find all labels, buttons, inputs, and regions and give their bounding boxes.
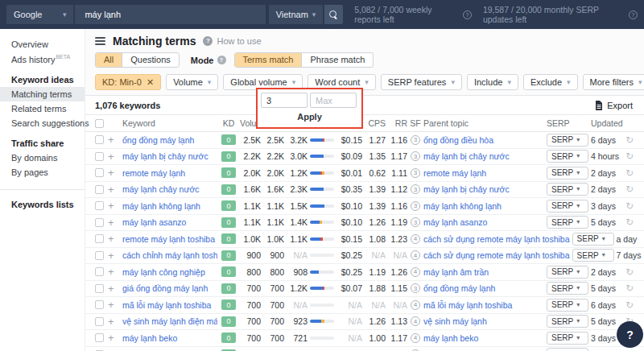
tab-phrase-match[interactable]: Phrase match xyxy=(301,53,373,67)
tab-questions[interactable]: Questions xyxy=(122,53,179,67)
serp-dropdown-button[interactable]: SERP▾ xyxy=(572,233,614,246)
serp-dropdown-button[interactable]: SERP▾ xyxy=(547,134,588,147)
parent-topic-link[interactable]: cách sử dụng remote máy lạnh toshiba xyxy=(423,234,570,244)
row-checkbox[interactable] xyxy=(95,135,104,144)
add-to-list-icon[interactable]: + xyxy=(108,250,120,261)
add-to-list-icon[interactable]: + xyxy=(108,233,120,244)
add-to-list-icon[interactable]: + xyxy=(108,316,120,327)
sidebar-item-ads-history[interactable]: Ads historyBETA xyxy=(0,52,85,67)
serp-dropdown-button[interactable]: SERP▾ xyxy=(572,249,614,262)
info-icon[interactable]: ? xyxy=(463,10,472,19)
parent-topic-link[interactable]: cách sử dụng remote máy lạnh toshiba xyxy=(423,250,570,260)
search-engine-select[interactable]: Google ▾ xyxy=(6,5,73,24)
refresh-icon[interactable]: ↻ xyxy=(625,300,636,310)
row-checkbox[interactable] xyxy=(95,168,104,177)
filter-dropdown-more-filters[interactable]: More filters▾ xyxy=(583,74,644,90)
serp-dropdown-button[interactable]: SERP▾ xyxy=(547,348,588,351)
filter-dropdown-serp-features[interactable]: SERP features▾ xyxy=(381,74,462,90)
keyword-link[interactable]: máy lạnh công nghiệp xyxy=(122,267,217,277)
keyword-link[interactable]: cách chỉnh máy lạnh toshiba xyxy=(122,250,217,260)
row-checkbox[interactable] xyxy=(95,267,104,276)
apply-button[interactable]: Apply xyxy=(261,112,358,122)
parent-topic-link[interactable]: ống đồng máy lạnh xyxy=(423,283,544,293)
row-checkbox[interactable] xyxy=(95,300,104,309)
remove-filter-icon[interactable]: ✕ xyxy=(147,77,154,88)
parent-topic-link[interactable]: mã lỗi máy lạnh toshiba xyxy=(423,300,544,310)
parent-topic-link[interactable]: máy lạnh beko xyxy=(423,333,544,343)
sidebar-item-matching-terms[interactable]: Matching terms xyxy=(0,87,85,101)
word-count-min-input[interactable] xyxy=(261,93,308,108)
keyword-link[interactable]: vệ sinh máy lạnh điện máy xanh xyxy=(122,316,217,326)
refresh-icon[interactable]: ↻ xyxy=(625,135,636,145)
serp-dropdown-button[interactable]: SERP▾ xyxy=(547,332,588,345)
parent-topic-link[interactable]: máy lạnh âm trần xyxy=(423,267,544,277)
add-to-list-icon[interactable]: + xyxy=(108,283,120,294)
keyword-link[interactable]: máy lạnh chảy nước xyxy=(122,184,217,194)
row-checkbox[interactable] xyxy=(95,284,104,293)
serp-dropdown-button[interactable]: SERP▾ xyxy=(547,183,588,196)
parent-topic-link[interactable]: vệ sinh máy lạnh xyxy=(423,316,544,326)
column-header-kd[interactable]: KD xyxy=(220,118,237,128)
column-header-updated[interactable]: Updated xyxy=(591,118,623,128)
column-header-rr[interactable]: RR xyxy=(388,118,407,128)
add-to-list-icon[interactable]: + xyxy=(108,167,120,178)
search-button[interactable] xyxy=(324,5,343,24)
keyword-link[interactable]: máy lạnh beko xyxy=(122,333,217,343)
keyword-link[interactable]: mã lỗi máy lạnh toshiba xyxy=(122,300,217,310)
keyword-link[interactable]: giá ống đồng máy lạnh xyxy=(122,283,217,293)
add-to-list-icon[interactable]: + xyxy=(108,217,120,228)
sidebar-item-by-domains[interactable]: By domains xyxy=(0,151,85,165)
column-header-parent[interactable]: Parent topic xyxy=(423,118,544,128)
tab-all[interactable]: All xyxy=(96,53,122,67)
serp-dropdown-button[interactable]: SERP▾ xyxy=(547,266,588,279)
add-to-list-icon[interactable]: + xyxy=(108,151,120,162)
keyword-link[interactable]: remote máy lạnh toshiba xyxy=(122,234,217,244)
filter-dropdown-exclude[interactable]: Exclude▾ xyxy=(523,74,578,90)
parent-topic-link[interactable]: máy lạnh bị chảy nước xyxy=(423,184,544,194)
sidebar-item-related-terms[interactable]: Related terms xyxy=(0,101,85,116)
refresh-icon[interactable]: ↻ xyxy=(625,283,636,293)
serp-dropdown-button[interactable]: SERP▾ xyxy=(547,150,588,163)
column-header-serp[interactable]: SERP xyxy=(547,118,588,128)
filter-dropdown-include[interactable]: Include▾ xyxy=(467,74,518,90)
row-checkbox[interactable] xyxy=(95,333,104,342)
sidebar-item-by-pages[interactable]: By pages xyxy=(0,165,85,180)
filter-dropdown-volume[interactable]: Volume▾ xyxy=(166,74,218,90)
sidebar-item-search-suggestions[interactable]: Search suggestions xyxy=(0,116,85,130)
serp-dropdown-button[interactable]: SERP▾ xyxy=(547,216,588,229)
tab-terms-match[interactable]: Terms match xyxy=(235,53,302,67)
serp-dropdown-button[interactable]: SERP▾ xyxy=(547,282,588,295)
serp-dropdown-button[interactable]: SERP▾ xyxy=(547,167,588,180)
country-select[interactable]: Vietnam ▾ xyxy=(269,5,324,24)
add-to-list-icon[interactable]: + xyxy=(108,200,120,211)
parent-topic-link[interactable]: ống đồng điều hòa xyxy=(423,135,544,145)
keyword-link[interactable]: máy lạnh không lạnh xyxy=(122,201,217,211)
add-to-list-icon[interactable]: + xyxy=(108,332,120,343)
how-to-use-link[interactable]: ? How to use xyxy=(203,36,261,46)
keyword-link[interactable]: remote máy lạnh xyxy=(122,168,217,178)
refresh-icon[interactable]: ↻ xyxy=(625,151,636,161)
info-icon[interactable]: ? xyxy=(629,10,638,19)
serp-dropdown-button[interactable]: SERP▾ xyxy=(547,315,588,328)
keyword-link[interactable]: máy lạnh asanzo xyxy=(122,217,217,227)
word-count-max-input[interactable] xyxy=(310,93,357,108)
row-checkbox[interactable] xyxy=(95,201,104,210)
row-checkbox[interactable] xyxy=(95,152,104,161)
sidebar-item-overview[interactable]: Overview xyxy=(0,37,85,52)
refresh-icon[interactable]: ↻ xyxy=(625,267,636,277)
add-to-list-icon[interactable]: + xyxy=(108,299,120,310)
column-header-sf[interactable]: SF xyxy=(410,118,421,128)
select-all-checkbox[interactable] xyxy=(95,119,104,128)
filter-kd-active[interactable]: KD: Min-0 ✕ xyxy=(95,74,161,90)
parent-topic-link[interactable]: máy lạnh bị chảy nước xyxy=(423,151,544,161)
refresh-icon[interactable]: ↻ xyxy=(625,201,636,211)
collapse-sidebar-icon[interactable] xyxy=(95,37,105,45)
column-header-kw[interactable]: Keyword xyxy=(122,118,217,128)
serp-dropdown-button[interactable]: SERP▾ xyxy=(547,299,588,312)
add-to-list-icon[interactable]: + xyxy=(108,266,120,277)
info-icon[interactable]: ? xyxy=(217,56,226,64)
row-checkbox[interactable] xyxy=(95,251,104,260)
keyword-link[interactable]: ống đồng máy lạnh xyxy=(122,135,217,145)
row-checkbox[interactable] xyxy=(95,234,104,243)
column-header-cps[interactable]: CPS xyxy=(365,118,386,128)
